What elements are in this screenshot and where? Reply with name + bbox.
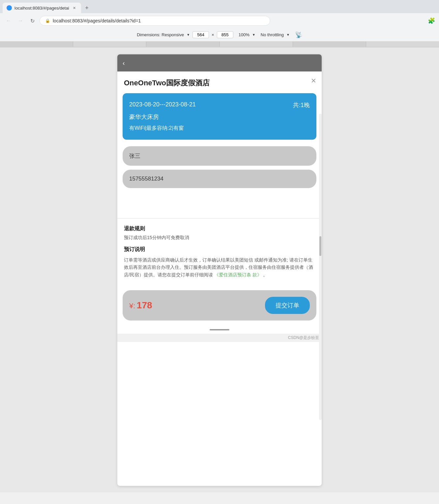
mobile-header: ‹ [117,54,322,71]
main-content: ‹ ✕ OneOneTwo国际度假酒店 2023-08-20---2023-08… [0,48,439,492]
booking-notice-title: 预订说明 [124,246,315,253]
throttling-dropdown-icon: ▼ [286,33,290,37]
price-amount: 178 [137,300,152,310]
room-amenities: 有WiFi|最多容纳:2|有窗 [129,125,310,132]
tab-bar: 🌐 localhost:8083/#/pages/detai ✕ + [0,0,439,13]
refund-section: 退款规则 预订成功后15分钟内可免费取消 预订说明 订单需等酒店或供应商确认后才… [117,218,322,285]
refund-rules-description: 预订成功后15分钟内可免费取消 [124,235,315,241]
refresh-button[interactable]: ↻ [28,16,37,25]
dimensions-label[interactable]: Dimensions: Responsive [137,32,184,37]
price-symbol: ¥: [129,302,135,310]
width-input[interactable] [192,31,209,38]
home-bar [210,329,229,330]
forward-button[interactable]: → [16,16,25,25]
dimension-separator: × [212,32,214,37]
device-mode-icon[interactable]: 📡 [295,31,302,39]
hotel-title: OneOneTwo国际度假酒店 [117,71,322,93]
new-tab-button[interactable]: + [82,3,92,13]
tab-close-button[interactable]: ✕ [72,5,77,11]
tab-title: localhost:8083/#/pages/detai [15,6,69,11]
lock-icon: 🔒 [45,18,50,23]
phone-field[interactable]: 15755581234 [123,170,316,188]
booking-notice-description: 订单需等酒店或供应商确认后才生效，订单确认结果以美团短信 或邮件通知为准; 请在… [124,256,315,278]
browser-chrome: 🌐 localhost:8083/#/pages/detai ✕ + ← → ↻… [0,0,439,48]
tab-favicon: 🌐 [7,5,12,11]
dimensions-dropdown-icon: ▼ [187,33,190,37]
price-display: ¥: 178 [129,300,152,311]
date-nights-row: 2023-08-20---2023-08-21 共:1晚 [129,101,310,109]
submit-order-button[interactable]: 提交订单 [265,297,310,314]
nights-count: 共:1晚 [293,101,310,109]
zoom-label[interactable]: 100% [239,32,249,37]
date-range: 2023-08-20---2023-08-21 [129,101,196,108]
scrollbar[interactable] [319,114,322,420]
guest-name-field[interactable]: 张三 [123,146,316,166]
dimensions-bar: Dimensions: Responsive ▼ × 100% ▼ No thr… [0,28,439,42]
ruler-bar [0,42,439,47]
mobile-content: ✕ OneOneTwo国际度假酒店 2023-08-20---2023-08-2… [117,71,322,334]
extensions-icon[interactable]: 🧩 [428,17,435,24]
bottom-price-bar: ¥: 178 提交订单 [123,290,316,321]
room-type: 豪华大床房 [129,113,310,121]
watermark: CSDN@是步纷至 [117,334,322,342]
address-bar-row: ← → ↻ 🔒 localhost:8083/#/pages/details/d… [0,13,439,28]
home-indicator [117,326,322,334]
active-tab[interactable]: 🌐 localhost:8083/#/pages/detai ✕ [3,3,81,13]
booking-info-card: 2023-08-20---2023-08-21 共:1晚 豪华大床房 有WiFi… [123,93,316,140]
back-button[interactable]: ← [4,16,13,25]
throttling-label[interactable]: No throttling [261,32,284,37]
refund-rules-title: 退款规则 [124,225,315,232]
height-input[interactable] [217,31,233,38]
back-navigation-button[interactable]: ‹ [123,59,125,67]
browser-toolbar-right: 🧩 [428,17,435,24]
address-bar[interactable]: 🔒 localhost:8083/#/pages/details/details… [40,16,270,26]
mobile-frame: ‹ ✕ OneOneTwo国际度假酒店 2023-08-20---2023-08… [117,54,322,486]
scrollbar-thumb[interactable] [319,236,321,256]
zoom-dropdown-icon: ▼ [252,33,255,37]
close-button[interactable]: ✕ [311,77,316,85]
booking-terms-link[interactable]: 《爱住酒店预订条 款》 [214,272,262,277]
url-text: localhost:8083/#/pages/details/details?i… [53,18,141,23]
spacer [117,192,322,218]
